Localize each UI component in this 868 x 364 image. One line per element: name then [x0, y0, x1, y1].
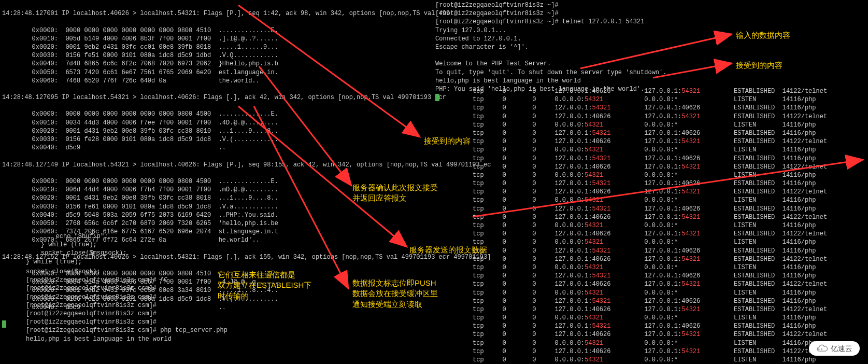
- annotation-received-data-1: 接受到的内容: [736, 60, 782, 71]
- annotation-server-sent: 服务器发送的报文数据: [409, 245, 487, 255]
- annotation-received-data-2: 接受到的内容: [424, 136, 471, 146]
- watermark-logo: 亿速云: [809, 341, 860, 356]
- packet2-hex: 0x0000: 0000 0000 0000 0000 0000 0000 08…: [2, 110, 278, 151]
- packet3-header: 14:28:48.127149 IP localhost.54321 > loc…: [2, 161, 491, 169]
- packet1-hex: 0x0000: 0000 0000 0000 0000 0000 0000 08…: [2, 27, 278, 85]
- svg-point-7: [818, 348, 820, 350]
- annotation-established: 它们互相来往通信都是 双方建立在ESTABLEISH下 时传输的: [218, 270, 311, 301]
- annotation-input-data: 输入的数据内容: [736, 30, 790, 40]
- watermark-text: 亿速云: [831, 344, 852, 354]
- packet2-header: 14:28:48.127095 IP localhost.54321 > loc…: [2, 94, 446, 101]
- packet1-header: 14:28:48.127001 IP localhost.40626 > loc…: [2, 10, 450, 17]
- svg-point-8: [821, 348, 822, 350]
- netstat-output: tcp 0 0 127.0.0.1:40626 127.0.0.1:54321 …: [473, 87, 827, 364]
- annotation-server-ack: 服务器确认此次报文接受 并返回应答报文: [352, 183, 438, 204]
- php-source-code: echo "$buf\n"; } while (true); socket_cl…: [26, 232, 126, 266]
- annotation-push-flag: 数据报文标志位即PUSH 数据会放在接受缓冲区里 通知接受端立刻读取: [352, 278, 438, 310]
- terminal-cursor: [2, 320, 6, 328]
- shell-output[interactable]: socket_close($sock); [root@iz2zegqaeolqf…: [26, 268, 227, 343]
